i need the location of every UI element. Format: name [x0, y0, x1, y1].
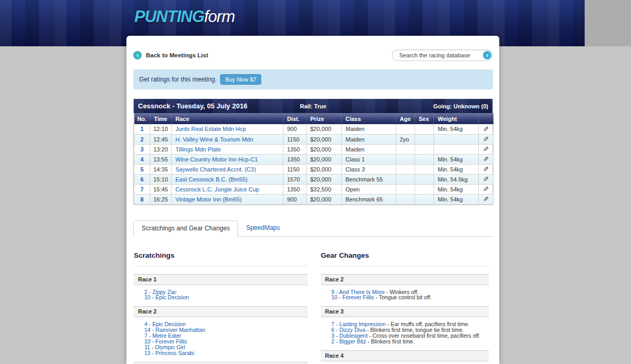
race-edit-cell: ✎	[479, 174, 494, 184]
race-name-link[interactable]: Cessnock L.C. Jungle Juice Cup	[175, 186, 259, 193]
scratched-horse-link[interactable]: 13 - Princess Sarabi	[144, 350, 308, 356]
gear-horse-link[interactable]: 2 - Bigger Bitz	[331, 338, 366, 345]
race-name-cell: H. Valley Wine & Tourism Mdn	[172, 134, 283, 144]
column-header-age: Age	[396, 113, 415, 124]
race-row: 413:55Wine Country Motor Inn Hcp-C11350$…	[134, 154, 494, 164]
race-number-link[interactable]: 3	[140, 146, 143, 153]
column-header-race: Race	[172, 113, 283, 124]
race-name-link[interactable]: Vintage Motor Inn (Bm65)	[175, 196, 242, 203]
tab-scratchings-and-gear-changes[interactable]: Scratchings and Gear Changes	[133, 220, 238, 237]
race-dist-cell: 1350	[283, 154, 307, 164]
race-age-cell	[396, 144, 415, 154]
race-name-link[interactable]: East Cessnock B.C. (Bm55)	[175, 176, 248, 183]
race-number-link[interactable]: 7	[140, 186, 143, 193]
edit-pencil-icon[interactable]: ✎	[483, 145, 489, 153]
race-edit-cell: ✎	[479, 144, 494, 154]
race-row: 514:35Saywells Chartered Accnt. (C3)1150…	[134, 164, 494, 174]
card-toolbar: ‹ Back to Meetings List ›	[133, 49, 493, 61]
scratchings-race-group: Race 24 - Epic Decision14 - Rainover Man…	[134, 306, 308, 361]
race-class-cell: Benchmark 55	[342, 174, 396, 184]
meeting-rail-status: Rail: True	[300, 103, 326, 109]
race-dist-cell: 1350	[283, 184, 307, 194]
race-number-link[interactable]: 2	[140, 136, 143, 143]
tab-speedmaps[interactable]: SpeedMaps	[238, 220, 288, 236]
gear-changes-heading: Gear Changes	[321, 251, 489, 259]
race-edit-cell: ✎	[479, 194, 494, 204]
race-number-cell: 7	[134, 184, 150, 194]
race-row: 212:45H. Valley Wine & Tourism Mdn1150$2…	[134, 134, 494, 144]
gear-race-group: Race 29 - And There Is More - Winkers of…	[321, 274, 489, 307]
race-prize-cell: $20,000	[307, 164, 342, 174]
race-sex-cell	[415, 144, 434, 154]
race-time-cell: 12:45	[150, 134, 172, 144]
puntingform-logo[interactable]: PUNTINGform	[134, 7, 235, 26]
meeting-title: Cessnock - Tuesday, 05 July 2016	[134, 102, 248, 110]
race-number-cell: 2	[134, 134, 150, 144]
gear-change-item: 2 - Bigger Bitz - Blinkers first time.	[331, 339, 489, 345]
race-number-link[interactable]: 8	[140, 196, 143, 203]
race-prize-cell: $20,000	[307, 144, 342, 154]
column-header-class: Class	[342, 113, 396, 124]
race-dist-cell: 1150	[283, 134, 307, 144]
race-weight-cell: Min. 54kg	[434, 194, 479, 204]
race-name-link[interactable]: Wine Country Motor Inn Hcp-C1	[175, 156, 258, 163]
back-to-meetings-link[interactable]: ‹ Back to Meetings List	[133, 51, 208, 59]
column-header-no: No.	[134, 113, 150, 124]
column-header-edit	[479, 113, 494, 124]
race-age-cell: 2yo	[396, 134, 415, 144]
race-age-cell	[396, 164, 415, 174]
race-prize-cell: $32,500	[307, 184, 342, 194]
edit-pencil-icon[interactable]: ✎	[483, 155, 489, 163]
edit-pencil-icon[interactable]: ✎	[483, 165, 489, 173]
race-name-link[interactable]: Tillings Mdn Plate	[175, 146, 221, 153]
buy-now-button[interactable]: Buy Now $7	[220, 74, 261, 85]
race-name-link[interactable]: Jurds Real Estate Mdn Hcp	[175, 126, 246, 132]
back-arrow-icon: ‹	[133, 51, 142, 59]
race-dist-cell: 1350	[283, 144, 307, 154]
edit-pencil-icon[interactable]: ✎	[483, 175, 489, 183]
race-group-header: Race 1	[134, 274, 308, 285]
search-go-icon[interactable]: ›	[483, 51, 491, 59]
race-age-cell	[396, 154, 415, 164]
edit-pencil-icon[interactable]: ✎	[483, 125, 489, 133]
search-input[interactable]	[392, 49, 493, 61]
ratings-banner-text: Get ratings for this meeting.	[139, 76, 216, 83]
race-row: 313:20Tillings Mdn Plate1350$20,000Maide…	[134, 144, 494, 154]
race-group-header: Race 3	[321, 306, 489, 317]
race-class-cell: Maiden	[342, 124, 396, 134]
race-time-cell: 12:10	[150, 124, 172, 134]
meeting-going-status: Going: Unknown (0)	[433, 103, 488, 109]
race-sex-cell	[415, 164, 434, 174]
gear-change-note: - Tongue control bit off.	[374, 294, 431, 300]
race-sex-cell	[415, 174, 434, 184]
race-number-link[interactable]: 6	[140, 176, 143, 183]
gear-changes-list: 7 - Lasting Impression - Ear muffs off, …	[321, 317, 489, 350]
race-number-link[interactable]: 4	[140, 156, 143, 163]
edit-pencil-icon[interactable]: ✎	[483, 185, 489, 193]
race-time-cell: 14:35	[150, 164, 172, 174]
race-number-link[interactable]: 5	[140, 166, 143, 173]
race-number-link[interactable]: 1	[140, 126, 143, 132]
gear-changes-list: 9 - And There Is More - Winkers off.10 -…	[321, 285, 489, 307]
gear-race-group: Race 413 - Little Treasure - Blinkers of…	[321, 350, 489, 364]
scratched-horse-link[interactable]: 10 - Epic Decision	[144, 295, 308, 300]
race-name-link[interactable]: H. Valley Wine & Tourism Mdn	[175, 136, 253, 143]
race-weight-cell: Min. 54kg	[434, 164, 479, 174]
scratchings-race-group: Race 3	[134, 362, 308, 364]
race-class-cell: Benchmark 65	[342, 194, 396, 204]
edit-pencil-icon[interactable]: ✎	[483, 135, 489, 143]
race-edit-cell: ✎	[479, 134, 494, 144]
gear-horse-link[interactable]: 10 - Forever Fillis	[331, 294, 374, 300]
races-table-header-row: No.TimeRaceDist.PrizeClassAgeSexWeight	[134, 113, 494, 124]
race-sex-cell	[415, 134, 434, 144]
race-time-cell: 13:20	[150, 144, 172, 154]
race-name-link[interactable]: Saywells Chartered Accnt. (C3)	[175, 166, 256, 173]
races-table: No.TimeRaceDist.PrizeClassAgeSexWeight 1…	[134, 113, 494, 205]
race-class-cell: Class 1	[342, 154, 396, 164]
race-edit-cell: ✎	[479, 154, 494, 164]
race-row: 816:25Vintage Motor Inn (Bm65)900$20,000…	[134, 194, 494, 204]
race-edit-cell: ✎	[479, 184, 494, 194]
race-time-cell: 15:10	[150, 174, 172, 184]
race-weight-cell: Min. 54kg	[434, 154, 479, 164]
edit-pencil-icon[interactable]: ✎	[483, 195, 489, 203]
